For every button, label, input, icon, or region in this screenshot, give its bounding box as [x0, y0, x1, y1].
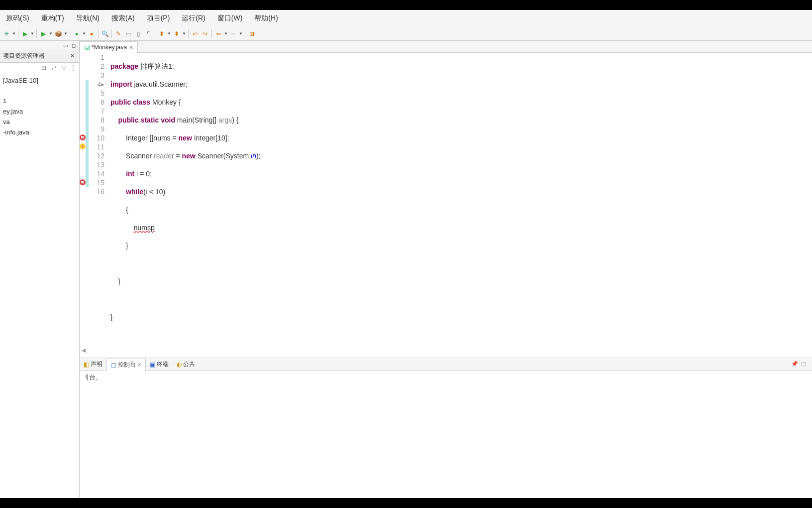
bottom-panel: ◧ 声明 ▢ 控制台 ✕ ▣ 终端 ◐ 公共 [80, 358, 812, 498]
editor-tab-title: *Monkey.java [92, 44, 127, 51]
project-explorer-title: 项目资源管理器 [3, 52, 45, 60]
history-back-dropdown[interactable]: ▼ [224, 31, 228, 36]
line-number-gutter: 1 2 3 4▸ 5 6 7 8 9 10 11 12 13 14 15 16 [89, 53, 108, 358]
body-area: ▭ ◻ 项目资源管理器 ✕ ⊟ ⇄ ▽ ⋮ [JavaSE-10] 1 ey.j… [0, 41, 812, 498]
console-output[interactable]: 刂台。 [80, 371, 812, 498]
menu-source[interactable]: 原码(S) [0, 12, 35, 25]
run-dropdown[interactable]: ▼ [30, 31, 34, 36]
separator [70, 29, 70, 38]
separator [211, 29, 212, 38]
back-button[interactable]: ↪ [201, 29, 209, 38]
open-type-button[interactable]: ● [87, 29, 96, 38]
close-tab-button[interactable]: ✕ [137, 362, 141, 368]
annotation-prev-dropdown[interactable]: ▼ [182, 31, 186, 36]
new-class-button[interactable]: ● [72, 29, 81, 38]
code-editor[interactable]: ✖ ! ✖ 1 2 3 4▸ 5 6 [80, 53, 812, 358]
separator [98, 29, 99, 38]
tab-declaration[interactable]: ◧ 声明 [80, 359, 106, 370]
separator [18, 29, 18, 38]
new-dropdown[interactable]: ▼ [12, 31, 16, 36]
annotation-prev-button[interactable]: ⬍ [172, 29, 181, 38]
separator [155, 29, 155, 38]
search-button[interactable]: 🔍 [101, 29, 109, 38]
tree-item[interactable]: va [1, 117, 78, 127]
menu-window[interactable]: 窗口(W) [211, 12, 249, 25]
sidebar-toolbar: ⊟ ⇄ ▽ ⋮ [0, 63, 79, 73]
menu-help[interactable]: 帮助(H) [248, 12, 284, 25]
close-tab-button[interactable]: ✕ [129, 44, 133, 51]
tab-public-label: 公共 [183, 360, 195, 369]
display-selected-icon[interactable]: ▢ [801, 361, 809, 369]
terminal-icon: ▣ [150, 361, 155, 368]
new-package-button[interactable]: 📦 [54, 29, 63, 38]
marker-gutter: ✖ ! ✖ [80, 53, 86, 358]
editor-tabs: 🞖 *Monkey.java ✕ [80, 41, 812, 53]
separator [36, 29, 37, 38]
code-content[interactable]: package 排序算法1; import java.util.Scanner;… [108, 53, 812, 358]
error-marker-icon[interactable]: ✖ [80, 134, 86, 140]
project-explorer-sidebar: ▭ ◻ 项目资源管理器 ✕ ⊟ ⇄ ▽ ⋮ [JavaSE-10] 1 ey.j… [0, 41, 80, 498]
coverage-dropdown[interactable]: ▼ [49, 31, 53, 36]
menu-refactor[interactable]: 重构(T) [35, 12, 70, 25]
console-toolbar: 📌 ▢ [791, 361, 812, 369]
error-marker-icon[interactable]: ✖ [80, 179, 86, 185]
collapse-all-icon[interactable]: ⊟ [39, 64, 46, 71]
new-package-dropdown[interactable]: ▼ [64, 31, 68, 36]
separator [111, 29, 112, 38]
annotation-next-dropdown[interactable]: ▼ [167, 31, 171, 36]
menubar: 原码(S) 重构(T) 导航(N) 搜索(A) 项目(P) 运行(R) 窗口(W… [0, 10, 812, 27]
close-view-button[interactable]: ✕ [69, 53, 76, 59]
minimize-view-button[interactable]: ▭ [62, 42, 69, 49]
public-icon: ◐ [177, 361, 182, 368]
toggle-block-button[interactable]: ▭ [124, 29, 133, 38]
bottom-panel-tab-bar: ◧ 声明 ▢ 控制台 ✕ ▣ 终端 ◐ 公共 [80, 358, 812, 371]
show-whitespace-button[interactable]: ▯ [134, 29, 143, 38]
separator [188, 29, 189, 38]
tree-item[interactable]: [JavaSE-10] [1, 75, 78, 86]
editor-area: 🞖 *Monkey.java ✕ ✖ ! ✖ [80, 41, 812, 498]
pin-button[interactable]: ¶ [144, 29, 153, 38]
tab-public[interactable]: ◐ 公共 [173, 359, 199, 370]
tree-item[interactable]: -info.java [1, 127, 78, 137]
filter-icon[interactable]: ▽ [59, 64, 66, 71]
menu-run[interactable]: 运行(R) [176, 12, 211, 25]
menu-project[interactable]: 项目(P) [141, 12, 176, 25]
history-fwd-button[interactable]: ⇨ [229, 29, 238, 38]
scroll-left-icon[interactable]: ◀ [82, 346, 86, 355]
perspective-button[interactable]: ⊞ [247, 29, 256, 38]
history-fwd-dropdown[interactable]: ▼ [239, 31, 243, 36]
menu-search[interactable]: 搜索(A) [105, 12, 141, 25]
editor-tab-monkey[interactable]: 🞖 *Monkey.java ✕ [80, 41, 138, 53]
console-text: 刂台。 [83, 373, 809, 382]
tree-item[interactable]: ey.java [1, 106, 78, 117]
annotation-next-button[interactable]: ⬍ [157, 29, 166, 38]
main-toolbar: ✳ ▼ ▶ ▼ ▶ ▼ 📦 ▼ ● ▼ ● 🔍 ✎ ▭ ▯ ¶ ⬍ ▼ ⬍ ▼ … [0, 27, 812, 41]
tab-terminal[interactable]: ▣ 终端 [146, 359, 173, 370]
pin-console-icon[interactable]: 📌 [791, 361, 799, 369]
run-button[interactable]: ▶ [20, 29, 29, 38]
new-button[interactable]: ✳ [2, 29, 11, 38]
java-file-icon: 🞖 [84, 44, 90, 50]
tab-declaration-label: 声明 [91, 360, 102, 369]
coverage-button[interactable]: ▶ [39, 29, 48, 38]
text-cursor [155, 224, 155, 232]
console-icon: ▢ [111, 362, 116, 369]
warning-marker-icon[interactable]: ! [80, 143, 86, 149]
new-class-dropdown[interactable]: ▼ [82, 31, 86, 36]
tree-item[interactable]: 1 [1, 96, 78, 106]
tab-console-label: 控制台 [118, 361, 136, 369]
project-explorer-tab[interactable]: 项目资源管理器 ✕ [0, 50, 79, 63]
link-editor-icon[interactable]: ⇄ [49, 64, 56, 71]
tab-console[interactable]: ▢ 控制台 ✕ [106, 359, 146, 371]
eclipse-ide-window: 原码(S) 重构(T) 导航(N) 搜索(A) 项目(P) 运行(R) 窗口(W… [0, 10, 812, 498]
tab-terminal-label: 终端 [157, 360, 169, 369]
project-tree: [JavaSE-10] 1 ey.java va -info.java [0, 73, 79, 498]
maximize-view-button[interactable]: ◻ [70, 42, 77, 49]
last-edit-button[interactable]: ↩ [191, 29, 200, 38]
separator [245, 29, 245, 38]
history-back-button[interactable]: ⇦ [214, 29, 223, 38]
toggle-mark-button[interactable]: ✎ [114, 29, 123, 38]
menu-navigate[interactable]: 导航(N) [70, 12, 105, 25]
view-menu-icon[interactable]: ⋮ [69, 64, 76, 71]
declaration-icon: ◧ [84, 361, 89, 368]
